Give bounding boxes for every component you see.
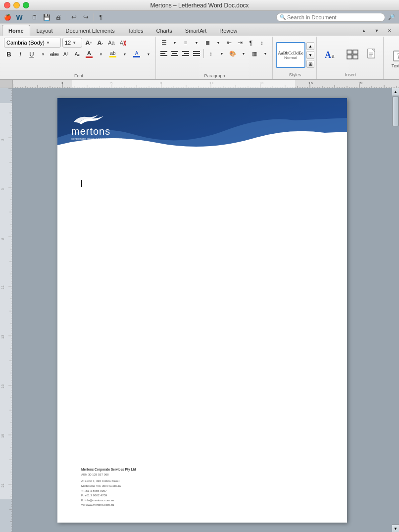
line-spacing-arrow[interactable]: ▼ (217, 49, 227, 58)
search-input[interactable] (287, 14, 371, 20)
styles-expand-btn[interactable]: ⊞ (306, 60, 314, 68)
scroll-track (392, 96, 399, 525)
tab-tables[interactable]: Tables (121, 25, 150, 36)
print-btn[interactable]: 🖨 (53, 12, 64, 22)
style-preview[interactable]: AaBbCcDdEe Normal (276, 42, 305, 68)
styles-content: AaBbCcDdEe Normal ▲ ▼ ⊞ (276, 38, 314, 72)
subscript-btn[interactable]: A₂ (72, 49, 82, 59)
style-preview-text: AaBbCcDdEe (278, 51, 303, 55)
highlight-arrow[interactable]: ▼ (120, 49, 130, 59)
numbering-btn[interactable]: ≡ (181, 38, 191, 48)
font-size-label: 12 (65, 40, 71, 46)
strikethrough-btn[interactable]: abc (50, 49, 59, 59)
scroll-down-btn[interactable]: ▼ (392, 525, 399, 532)
svg-rect-6 (171, 51, 178, 52)
font-style-arrow[interactable]: ▼ (144, 49, 153, 59)
font-size-up-btn[interactable]: A+ (84, 38, 94, 48)
text-box-icon: T (392, 48, 399, 63)
change-case-btn[interactable]: Aa (106, 38, 116, 48)
svg-rect-11 (182, 55, 189, 56)
underline-arrow[interactable]: ▼ (38, 49, 48, 59)
save-btn[interactable]: 💾 (41, 12, 52, 22)
svg-rect-20 (353, 55, 358, 59)
justify-btn[interactable] (192, 49, 201, 58)
increase-indent-btn[interactable]: ⇥ (235, 38, 245, 48)
paragraph-group-label: Paragraph (159, 73, 270, 78)
title-bar: Mertons – Letterhead Word Doc.docx (0, 0, 399, 11)
maximize-button[interactable] (23, 2, 29, 8)
logo-bird-icon (71, 112, 108, 126)
font-color-btn[interactable]: A (84, 49, 95, 59)
apple-menu-btn[interactable]: 🍎 (2, 12, 13, 22)
svg-text:A: A (325, 50, 331, 60)
clear-format-btn[interactable]: A (118, 38, 128, 48)
tab-document-elements[interactable]: Document Elements (59, 25, 121, 36)
search-box[interactable]: 🔍 (276, 13, 385, 22)
minimize-button[interactable] (13, 2, 20, 8)
insert-doc-btn[interactable] (364, 41, 380, 69)
shading-btn[interactable]: 🎨 (228, 49, 238, 58)
ribbon-down-btn[interactable]: ▼ (371, 26, 382, 36)
borders-arrow[interactable]: ▼ (260, 49, 270, 58)
document-canvas[interactable]: mertons corporate governance specialists… (12, 88, 392, 532)
new-doc-btn[interactable]: 🗒 (29, 12, 40, 22)
font-size-selector[interactable]: 12 ▼ (62, 38, 82, 48)
tab-smartart[interactable]: SmartArt (179, 25, 213, 36)
font-family-selector[interactable]: Cambria (Body) ▼ (4, 38, 61, 48)
word-icon-btn[interactable]: W (14, 12, 25, 22)
decrease-indent-btn[interactable]: ⇤ (224, 38, 234, 48)
document-area[interactable]: mertons corporate governance specialists… (0, 88, 399, 532)
italic-btn[interactable]: I (15, 49, 25, 59)
numbering-arrow[interactable]: ▼ (192, 38, 201, 48)
redo-btn[interactable]: ↪ (80, 12, 91, 22)
bullets-btn[interactable]: ☰ (159, 38, 169, 48)
styles-down-btn[interactable]: ▼ (306, 51, 314, 59)
styles-up-btn[interactable]: ▲ (306, 42, 314, 50)
align-right-btn[interactable] (181, 49, 191, 58)
borders-btn[interactable]: ▦ (249, 49, 259, 58)
tab-layout[interactable]: Layout (30, 25, 59, 36)
ruler-canvas (13, 80, 399, 88)
format-grid-btn[interactable] (343, 41, 362, 69)
document-page[interactable]: mertons corporate governance specialists… (57, 98, 347, 523)
tab-review[interactable]: Review (213, 25, 244, 36)
align-left-btn[interactable] (159, 49, 169, 58)
ribbon-close-btn[interactable]: ✕ (384, 26, 395, 36)
ribbon-tab-bar: Home Layout Document Elements Tables Cha… (0, 24, 399, 36)
close-button[interactable] (4, 2, 10, 8)
scroll-thumb[interactable] (393, 97, 399, 126)
list-level-btn[interactable]: ≣ (202, 38, 212, 48)
paragraph-marks-btn[interactable]: ¶ (96, 12, 106, 22)
show-formatting-btn[interactable]: ¶ (246, 38, 256, 48)
body-text[interactable] (81, 180, 323, 187)
align-left-icon (160, 51, 167, 56)
text-style-btn[interactable]: A a (321, 41, 341, 69)
scrollbar[interactable]: ▲ ▼ (392, 88, 399, 532)
zoom-out-btn[interactable]: 🔎 (386, 12, 397, 22)
bullets-arrow[interactable]: ▼ (170, 38, 180, 48)
company-tagline: corporate governance specialists (71, 137, 123, 140)
font-color-arrow[interactable]: ▼ (96, 49, 106, 59)
list-level-arrow[interactable]: ▼ (213, 38, 223, 48)
sep3 (93, 13, 94, 21)
paragraph-sort-btn[interactable]: ↕ (257, 38, 267, 48)
tab-home[interactable]: Home (2, 25, 30, 36)
font-size-arrow: ▼ (72, 41, 76, 45)
footer-line-7: E: info@mertons.com.au (81, 498, 323, 503)
superscript-btn[interactable]: A² (61, 49, 71, 59)
undo-btn[interactable]: ↩ (68, 12, 79, 22)
font-style-btn[interactable]: A (131, 49, 142, 59)
svg-rect-13 (193, 53, 200, 54)
text-box-btn[interactable]: T Text Box (388, 44, 399, 72)
font-size-down-btn[interactable]: A- (95, 38, 105, 48)
footer-line-4: Melbourne VIC 3000 Australia (81, 484, 323, 489)
line-spacing-btn[interactable]: ↕ (206, 49, 216, 58)
underline-btn[interactable]: U (27, 49, 37, 59)
shading-arrow[interactable]: ▼ (239, 49, 249, 58)
bold-btn[interactable]: B (4, 49, 14, 59)
scroll-up-btn[interactable]: ▲ (392, 88, 399, 96)
ribbon-up-btn[interactable]: ▲ (358, 26, 369, 36)
align-center-btn[interactable] (170, 49, 180, 58)
highlight-btn[interactable]: ab (107, 49, 118, 59)
tab-charts[interactable]: Charts (150, 25, 178, 36)
